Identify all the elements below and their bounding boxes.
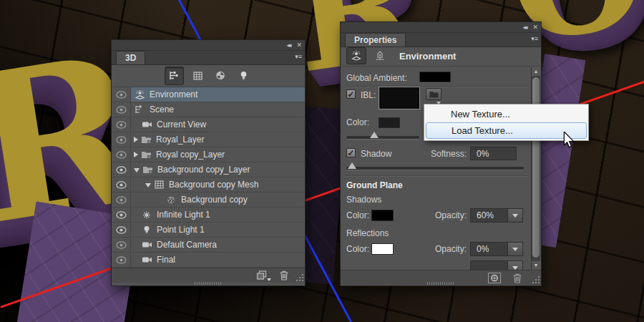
list-item-background-copy-mesh[interactable]: Background copy Mesh <box>112 177 305 192</box>
list-item-environment[interactable]: Environment <box>112 87 305 102</box>
gp-roughness-combo-clipped[interactable] <box>470 260 523 270</box>
visibility-eye-icon[interactable] <box>112 102 131 117</box>
filter-materials-icon[interactable] <box>212 67 230 84</box>
dropdown-arrow-icon[interactable] <box>508 242 523 256</box>
collapse-caret-icon[interactable] <box>145 183 151 187</box>
camera-icon <box>141 121 152 128</box>
expand-caret-icon[interactable] <box>134 152 138 157</box>
camera-icon <box>141 241 152 248</box>
gp-shadows-opacity-label: Opacity: <box>425 210 467 220</box>
ibl-label: IBL: <box>361 90 376 100</box>
collapse-panel-icon[interactable]: ◂◂ <box>286 41 290 49</box>
list-item-scene[interactable]: Scene <box>112 102 305 117</box>
divider <box>345 86 528 87</box>
resize-grip-icon[interactable] <box>296 273 303 281</box>
panel-menu-icon[interactable]: ▾≡ <box>295 53 302 60</box>
visibility-eye-icon[interactable] <box>112 117 131 132</box>
photoshop-3d-workspace: R R O ◂◂ ✕ 3D ▾≡ <box>0 0 644 322</box>
gp-shadows-label: Shadows <box>346 195 381 205</box>
filter-lights-icon[interactable] <box>235 67 253 84</box>
gp-reflections-opacity-combo[interactable]: 0% <box>470 242 523 256</box>
visibility-eye-icon[interactable] <box>112 87 131 102</box>
list-item-point-light-1[interactable]: Point Light 1 <box>112 223 305 238</box>
shadow-softness-slider[interactable] <box>346 167 524 170</box>
panel-menu-icon[interactable]: ▾≡ <box>531 35 538 42</box>
gp-reflections-color-swatch[interactable] <box>371 243 394 255</box>
close-panel-icon[interactable]: ✕ <box>532 23 538 31</box>
render-sphere-icon[interactable] <box>488 273 501 283</box>
camera-icon <box>141 256 152 263</box>
visibility-eye-icon[interactable] <box>112 147 131 162</box>
visibility-eye-icon[interactable] <box>112 177 131 192</box>
list-item-background-copy-material[interactable]: Background copy <box>112 192 305 208</box>
panel-drag-handle[interactable] <box>427 282 454 285</box>
list-item-default-camera[interactable]: Default Camera <box>112 238 305 253</box>
visibility-eye-icon[interactable] <box>112 208 131 222</box>
delete-trash-icon[interactable] <box>279 270 289 280</box>
gp-reflections-opacity-label: Opacity: <box>425 244 467 254</box>
folder-icon <box>140 135 152 144</box>
shadow-checkbox[interactable]: ✓ <box>346 148 356 157</box>
panel-drag-handle[interactable] <box>195 282 222 285</box>
properties-title: Environment <box>399 51 456 62</box>
scroll-down-icon[interactable]: ▼ <box>532 261 540 270</box>
collapse-panel-icon[interactable]: ◂◂ <box>522 23 526 31</box>
properties-scrollbar[interactable]: ▲ ▼ <box>531 67 540 270</box>
ibl-color-label: Color: <box>346 117 369 127</box>
list-item-infinite-light-1[interactable]: Infinite Light 1 <box>112 208 305 223</box>
new-item-icon[interactable] <box>256 270 268 280</box>
3d-panel-tabbar: 3D ▾≡ <box>112 51 305 65</box>
ibl-checkbox[interactable]: ✓ <box>346 89 356 99</box>
material-icon <box>165 196 177 204</box>
properties-header: Environment <box>341 46 541 67</box>
environment-properties-icon[interactable] <box>346 47 366 64</box>
expand-caret-icon[interactable] <box>134 137 138 142</box>
list-item-current-view[interactable]: Current View <box>112 117 305 132</box>
gp-reflections-opacity-value[interactable]: 0% <box>470 242 508 256</box>
mesh-icon <box>153 180 165 189</box>
resize-grip-icon[interactable] <box>532 275 540 283</box>
delete-trash-icon[interactable] <box>512 273 522 283</box>
visibility-eye-icon[interactable] <box>112 192 131 207</box>
list-item-background-copy-layer[interactable]: Background copy_Layer <box>112 162 305 177</box>
ibl-intensity-slider[interactable] <box>346 136 419 140</box>
menu-item-load-texture[interactable]: Load Texture... <box>426 122 587 139</box>
global-ambient-color-swatch[interactable] <box>419 72 451 82</box>
menu-item-new-texture[interactable]: New Texture... <box>424 106 588 122</box>
close-panel-icon[interactable]: ✕ <box>296 41 302 49</box>
list-item-royal-layer[interactable]: Royal_Layer <box>112 132 305 147</box>
ibl-texture-folder-button[interactable] <box>426 88 441 100</box>
gp-shadows-opacity-value[interactable]: 60% <box>470 208 508 223</box>
scroll-up-icon[interactable]: ▲ <box>532 67 540 76</box>
visibility-eye-icon[interactable] <box>112 132 131 147</box>
gp-reflections-color-label: Color: <box>346 244 369 254</box>
canvas-3d-view[interactable]: R R O <box>0 0 644 322</box>
gp-shadows-color-label: Color: <box>346 210 369 220</box>
tab-properties[interactable]: Properties <box>345 33 406 47</box>
dropdown-arrow-icon[interactable] <box>508 208 523 223</box>
gp-shadows-opacity-combo[interactable]: 60% <box>470 208 523 223</box>
filter-meshes-icon[interactable] <box>189 67 207 84</box>
visibility-eye-icon[interactable] <box>112 162 131 177</box>
list-item-final[interactable]: Final <box>112 253 305 268</box>
infinite-light-icon <box>141 210 152 220</box>
ibl-texture-swatch[interactable] <box>379 87 420 109</box>
visibility-eye-icon[interactable] <box>112 253 131 267</box>
list-item-royal-copy-layer[interactable]: Royal copy_Layer <box>112 147 305 162</box>
visibility-eye-icon[interactable] <box>112 238 131 252</box>
properties-panel-titlebar[interactable]: ◂◂ ✕ <box>341 22 541 33</box>
scene-tree-icon <box>134 105 145 114</box>
visibility-eye-icon[interactable] <box>112 223 131 237</box>
filter-whole-scene-icon[interactable] <box>165 67 184 85</box>
tab-3d[interactable]: 3D <box>116 51 145 64</box>
3d-panel-titlebar[interactable]: ◂◂ ✕ <box>112 40 305 51</box>
slider-thumb[interactable] <box>348 162 356 169</box>
3d-object-list: Environment Scene Current View <box>112 87 305 268</box>
softness-value-field[interactable]: 0% <box>470 147 517 160</box>
slider-thumb[interactable] <box>370 132 379 138</box>
collapse-caret-icon[interactable] <box>134 168 140 172</box>
scene-properties-icon[interactable] <box>371 48 389 64</box>
gp-shadows-color-swatch[interactable] <box>371 210 394 221</box>
ibl-color-swatch[interactable] <box>379 117 400 128</box>
folder-icon <box>142 165 153 174</box>
